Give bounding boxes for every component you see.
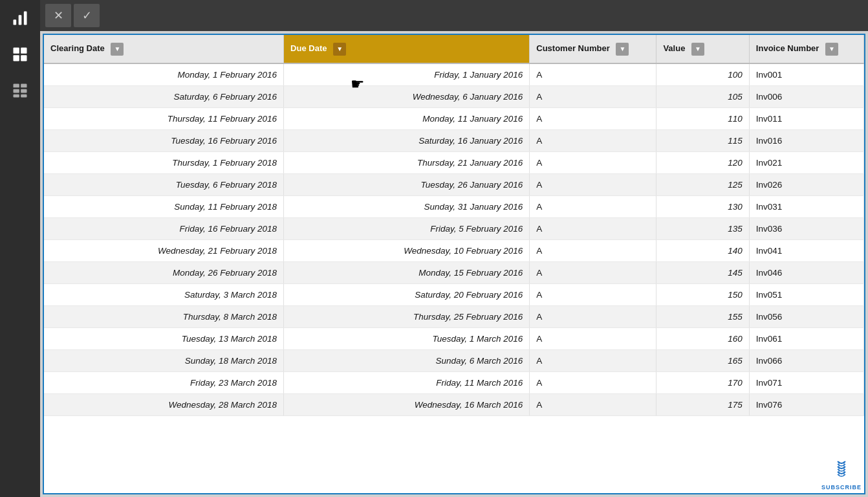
close-button[interactable]: ✕ (45, 4, 71, 27)
table-cell: Wednesday, 6 January 2016 (284, 85, 530, 107)
toolbar: ✕ ✓ (40, 0, 868, 31)
table-cell: Inv041 (749, 239, 863, 261)
subscribe-badge[interactable]: SUBSCRIBE (821, 459, 862, 491)
table-cell: 135 (656, 217, 749, 239)
table-header-row: Clearing Date ▼ Due Date ▼ Customer Numb… (44, 35, 864, 63)
table-cell: A (530, 129, 656, 151)
table-cell: Saturday, 20 February 2016 (284, 283, 530, 305)
table-cell: Wednesday, 21 February 2018 (44, 239, 284, 261)
table-row: Wednesday, 28 March 2018Wednesday, 16 Ma… (44, 393, 864, 415)
table-body: Monday, 1 February 2016Friday, 1 January… (44, 63, 864, 415)
table-cell: Inv046 (749, 261, 863, 283)
table-cell: Saturday, 16 January 2016 (284, 129, 530, 151)
svg-rect-4 (21, 48, 27, 54)
table-row: Tuesday, 13 March 2018Tuesday, 1 March 2… (44, 327, 864, 349)
col-label-due-date: Due Date (290, 43, 327, 53)
col-label-customer-number: Customer Number (536, 43, 609, 53)
table-cell: A (530, 107, 656, 129)
table-cell: 165 (656, 349, 749, 371)
col-label-invoice-number: Invoice Number (756, 43, 819, 53)
table-cell: 105 (656, 85, 749, 107)
table-cell: A (530, 305, 656, 327)
svg-rect-0 (14, 19, 17, 25)
table-cell: 140 (656, 239, 749, 261)
table-cell: Saturday, 6 February 2016 (44, 85, 284, 107)
svg-rect-8 (21, 84, 27, 88)
table-cell: Friday, 16 February 2018 (44, 217, 284, 239)
table-cell: Thursday, 8 March 2018 (44, 305, 284, 327)
table-row: Sunday, 11 February 2018Sunday, 31 Janua… (44, 195, 864, 217)
table-cell: Inv006 (749, 85, 863, 107)
table-cell: 145 (656, 261, 749, 283)
table-cell: Tuesday, 1 March 2016 (284, 327, 530, 349)
table-cell: Saturday, 3 March 2018 (44, 283, 284, 305)
table-cell: A (530, 283, 656, 305)
table-row: Saturday, 6 February 2016Wednesday, 6 Ja… (44, 85, 864, 107)
table-cell: A (530, 261, 656, 283)
col-header-clearing-date[interactable]: Clearing Date ▼ (44, 35, 284, 63)
sidebar-item-layout[interactable] (0, 72, 40, 109)
table-cell: Thursday, 11 February 2016 (44, 107, 284, 129)
table-cell: Sunday, 11 February 2018 (44, 195, 284, 217)
subscribe-label: SUBSCRIBE (821, 484, 862, 491)
table-cell: Inv001 (749, 63, 863, 85)
col-header-invoice-number[interactable]: Invoice Number ▼ (749, 35, 863, 63)
table-cell: Inv011 (749, 107, 863, 129)
table-cell: 150 (656, 283, 749, 305)
value-filter-icon[interactable]: ▼ (691, 43, 704, 56)
invoice-number-filter-icon[interactable]: ▼ (825, 43, 838, 56)
svg-rect-3 (14, 48, 19, 54)
table-cell: Friday, 5 February 2016 (284, 217, 530, 239)
svg-rect-5 (14, 55, 19, 61)
customer-number-filter-icon[interactable]: ▼ (616, 43, 629, 56)
table-cell: 175 (656, 393, 749, 415)
due-date-filter-icon[interactable]: ▼ (333, 43, 346, 56)
table-cell: 170 (656, 371, 749, 393)
table-row: Friday, 23 March 2018Friday, 11 March 20… (44, 371, 864, 393)
table-cell: Wednesday, 16 March 2016 (284, 393, 530, 415)
table-cell: A (530, 173, 656, 195)
table-row: Thursday, 8 March 2018Thursday, 25 Febru… (44, 305, 864, 327)
sidebar-item-table[interactable] (0, 36, 40, 72)
col-header-due-date[interactable]: Due Date ▼ (284, 35, 530, 63)
table-cell: Monday, 11 January 2016 (284, 107, 530, 129)
table-row: Wednesday, 21 February 2018Wednesday, 10… (44, 239, 864, 261)
svg-rect-10 (21, 89, 27, 93)
data-table: Clearing Date ▼ Due Date ▼ Customer Numb… (44, 35, 864, 416)
table-row: Monday, 26 February 2018Monday, 15 Febru… (44, 261, 864, 283)
svg-rect-11 (14, 94, 19, 98)
table-cell: 155 (656, 305, 749, 327)
table-cell: Inv021 (749, 151, 863, 173)
table-cell: Sunday, 31 January 2016 (284, 195, 530, 217)
col-header-value[interactable]: Value ▼ (656, 35, 749, 63)
table-cell: Sunday, 18 March 2018 (44, 349, 284, 371)
clearing-date-filter-icon[interactable]: ▼ (111, 43, 124, 56)
table-cell: Friday, 23 March 2018 (44, 371, 284, 393)
table-row: Sunday, 18 March 2018Sunday, 6 March 201… (44, 349, 864, 371)
data-table-wrapper: Clearing Date ▼ Due Date ▼ Customer Numb… (43, 34, 865, 494)
sidebar-item-chart[interactable] (0, 0, 40, 36)
table-cell: A (530, 217, 656, 239)
col-label-value: Value (663, 43, 685, 53)
table-cell: A (530, 393, 656, 415)
table-cell: Monday, 15 February 2016 (284, 261, 530, 283)
table-cell: Inv026 (749, 173, 863, 195)
table-cell: 110 (656, 107, 749, 129)
table-cell: Tuesday, 26 January 2016 (284, 173, 530, 195)
table-cell: Thursday, 21 January 2016 (284, 151, 530, 173)
table-cell: A (530, 63, 656, 85)
table-cell: Tuesday, 16 February 2016 (44, 129, 284, 151)
col-label-clearing-date: Clearing Date (50, 43, 105, 53)
table-cell: Inv076 (749, 393, 863, 415)
confirm-button[interactable]: ✓ (74, 4, 100, 27)
table-cell: Tuesday, 6 February 2018 (44, 173, 284, 195)
table-cell: Inv066 (749, 349, 863, 371)
table-cell: A (530, 371, 656, 393)
table-row: Thursday, 1 February 2018Thursday, 21 Ja… (44, 151, 864, 173)
table-row: Thursday, 11 February 2016Monday, 11 Jan… (44, 107, 864, 129)
table-cell: 120 (656, 151, 749, 173)
col-header-customer-number[interactable]: Customer Number ▼ (530, 35, 656, 63)
table-cell: Thursday, 1 February 2018 (44, 151, 284, 173)
table-cell: 125 (656, 173, 749, 195)
table-cell: Wednesday, 10 February 2016 (284, 239, 530, 261)
